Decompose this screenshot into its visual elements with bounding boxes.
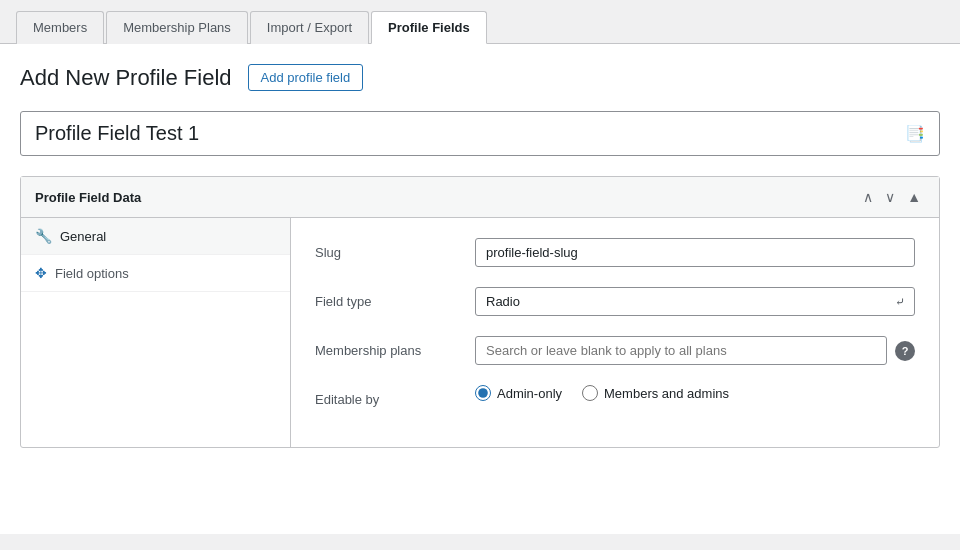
membership-plans-help-icon[interactable]: ? — [895, 341, 915, 361]
page-header: Add New Profile Field Add profile field — [20, 64, 940, 91]
sidebar-item-general[interactable]: 🔧 General — [21, 218, 290, 255]
page-title: Add New Profile Field — [20, 65, 232, 91]
profile-field-data-panel: Profile Field Data ∧ ∨ ▲ 🔧 General ✥ Fie… — [20, 176, 940, 448]
editable-by-field: Admin-only Members and admins — [475, 385, 915, 401]
panel-up-button[interactable]: ∧ — [859, 187, 877, 207]
membership-plans-label: Membership plans — [315, 336, 475, 358]
slug-field — [475, 238, 915, 267]
panel-main: Slug Field type Text Textarea Radio — [291, 218, 939, 447]
panel-title: Profile Field Data — [35, 190, 141, 205]
editable-by-radio-group: Admin-only Members and admins — [475, 385, 729, 401]
editable-by-row: Editable by Admin-only Members and admin… — [315, 385, 915, 407]
panel-body: 🔧 General ✥ Field options Slug — [21, 218, 939, 447]
tab-profile-fields[interactable]: Profile Fields — [371, 11, 487, 44]
panel-sidebar: 🔧 General ✥ Field options — [21, 218, 291, 447]
field-type-select-wrapper: Text Textarea Radio Checkbox Select Date… — [475, 287, 915, 316]
tab-members[interactable]: Members — [16, 11, 104, 44]
sidebar-item-field-options-label: Field options — [55, 266, 129, 281]
slug-row: Slug — [315, 238, 915, 267]
membership-plans-search-input[interactable] — [475, 336, 887, 365]
wrench-icon: 🔧 — [35, 228, 52, 244]
tabs-bar: Members Membership Plans Import / Export… — [0, 0, 960, 44]
slug-input[interactable] — [475, 238, 915, 267]
tab-import-export[interactable]: Import / Export — [250, 11, 369, 44]
panel-header: Profile Field Data ∧ ∨ ▲ — [21, 177, 939, 218]
radio-members-and-admins[interactable]: Members and admins — [582, 385, 729, 401]
slug-label: Slug — [315, 238, 475, 260]
field-type-label: Field type — [315, 287, 475, 309]
panel-collapse-button[interactable]: ▲ — [903, 187, 925, 207]
membership-plans-field: ? — [475, 336, 915, 365]
profile-field-name-wrapper: 📑 — [20, 111, 940, 156]
field-type-row: Field type Text Textarea Radio Checkbox … — [315, 287, 915, 316]
sidebar-item-field-options[interactable]: ✥ Field options — [21, 255, 290, 292]
page-content: Add New Profile Field Add profile field … — [0, 44, 960, 534]
profile-field-name-input[interactable] — [35, 122, 905, 145]
membership-plans-search-wrapper — [475, 336, 887, 365]
radio-members-and-admins-input[interactable] — [582, 385, 598, 401]
radio-admin-only-label: Admin-only — [497, 386, 562, 401]
editable-by-label: Editable by — [315, 385, 475, 407]
panel-down-button[interactable]: ∨ — [881, 187, 899, 207]
tab-membership-plans[interactable]: Membership Plans — [106, 11, 248, 44]
add-profile-field-button[interactable]: Add profile field — [248, 64, 364, 91]
field-type-select[interactable]: Text Textarea Radio Checkbox Select Date — [475, 287, 915, 316]
grid-icon: ✥ — [35, 265, 47, 281]
field-type-field: Text Textarea Radio Checkbox Select Date… — [475, 287, 915, 316]
panel-header-controls: ∧ ∨ ▲ — [859, 187, 925, 207]
membership-plans-row: Membership plans ? — [315, 336, 915, 365]
sidebar-item-general-label: General — [60, 229, 106, 244]
radio-members-and-admins-label: Members and admins — [604, 386, 729, 401]
field-name-icon: 📑 — [905, 124, 925, 143]
radio-admin-only[interactable]: Admin-only — [475, 385, 562, 401]
radio-admin-only-input[interactable] — [475, 385, 491, 401]
